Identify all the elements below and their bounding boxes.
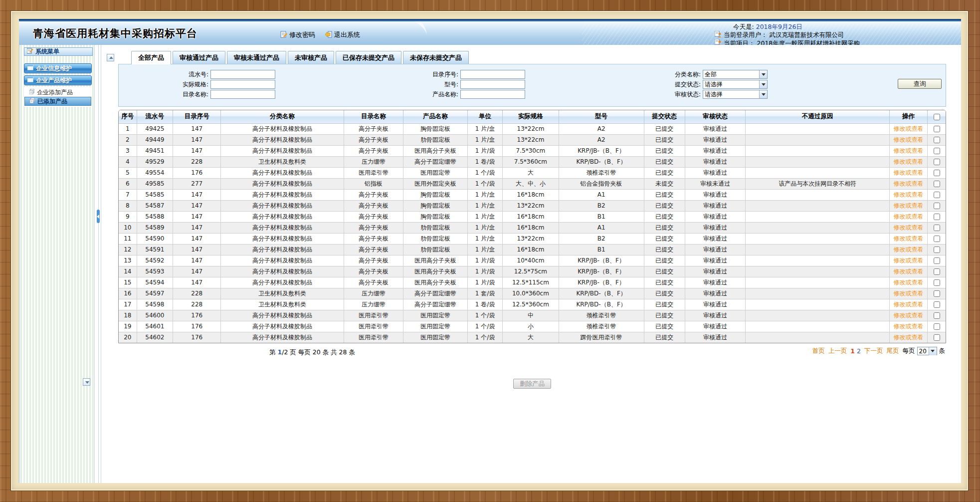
cell-category: 高分子材料及橡胶制品 [221, 332, 344, 343]
edit-view-link[interactable]: 修改或查看 [894, 246, 924, 253]
search-button[interactable]: 查询 [898, 79, 942, 89]
cell-unit: 1 片/盒 [467, 123, 502, 134]
tab[interactable]: 审核通过产品 [173, 51, 225, 64]
edit-view-link[interactable]: 修改或查看 [894, 224, 924, 231]
submit-status-select[interactable]: 请选择 [703, 80, 768, 89]
select-all-checkbox[interactable] [934, 114, 940, 120]
cell-category: 高分子材料及橡胶制品 [221, 200, 344, 211]
row-checkbox[interactable] [934, 301, 940, 308]
cell-spec: 12.5*75cm [503, 266, 559, 277]
delete-products-button[interactable]: 删除产品 [513, 379, 551, 389]
cell-unit: 1 卷/袋 [467, 299, 502, 310]
row-checkbox[interactable] [934, 126, 940, 132]
edit-view-link[interactable]: 修改或查看 [894, 235, 924, 242]
edit-view-link[interactable]: 修改或查看 [894, 323, 924, 330]
spec-input[interactable] [210, 80, 275, 89]
first-page-link[interactable]: 首页 [812, 347, 825, 355]
edit-view-link[interactable]: 修改或查看 [894, 147, 924, 154]
row-checkbox[interactable] [934, 247, 940, 253]
tab[interactable]: 全部产品 [131, 51, 171, 64]
sidebar-group-button[interactable]: 企业信息维护 [24, 63, 92, 73]
catalog-name-input[interactable] [210, 90, 275, 99]
edit-view-link[interactable]: 修改或查看 [894, 136, 924, 143]
edit-view-link[interactable]: 修改或查看 [894, 268, 924, 275]
tab[interactable]: 未审核产品 [288, 51, 334, 64]
tab[interactable]: 已保存未提交产品 [336, 51, 401, 64]
last-page-link[interactable]: 尾页 [887, 347, 899, 355]
product-name-input[interactable] [460, 90, 525, 99]
row-checkbox[interactable] [934, 268, 940, 275]
edit-view-link[interactable]: 修改或查看 [894, 334, 924, 341]
row-checkbox[interactable] [934, 192, 940, 198]
cell-submit: 已提交 [644, 189, 685, 200]
logout-link[interactable]: 退出系统 [325, 30, 360, 39]
edit-view-link[interactable]: 修改或查看 [894, 191, 924, 198]
main-scroll-up-button[interactable] [107, 54, 114, 61]
row-checkbox[interactable] [934, 214, 940, 220]
row-checkbox[interactable] [934, 334, 940, 341]
cell-spec: 10.0*360cm [503, 288, 559, 299]
sidebar-scroll-down-button[interactable] [83, 378, 90, 386]
edit-view-link[interactable]: 修改或查看 [894, 290, 924, 297]
row-checkbox[interactable] [934, 159, 940, 165]
cell-reason [746, 222, 889, 233]
page-number-link[interactable]: 2 [857, 347, 861, 355]
cell-catalog: 铝指板 [344, 178, 403, 189]
row-checkbox[interactable] [934, 181, 940, 187]
cell-audit: 审核通过 [685, 244, 746, 255]
serial-input[interactable] [210, 70, 275, 79]
row-checkbox[interactable] [934, 290, 940, 297]
row-checkbox[interactable] [934, 279, 940, 286]
cell-action: 修改或查看 [889, 156, 927, 167]
tab[interactable]: 未保存未提交产品 [403, 51, 469, 64]
sidebar-item[interactable]: 企业添加产品 [24, 88, 91, 97]
sidebar-item-label: 已添加产品 [37, 97, 67, 106]
change-password-link[interactable]: 修改密码 [280, 30, 315, 39]
row-checkbox[interactable] [934, 148, 940, 154]
cell-audit: 审核通过 [685, 211, 746, 222]
row-checkbox[interactable] [934, 170, 940, 176]
row-checkbox[interactable] [934, 312, 940, 319]
submit-status-label: 提交状态: [610, 80, 703, 89]
category-select[interactable]: 全部 [703, 70, 768, 79]
edit-view-link[interactable]: 修改或查看 [894, 125, 924, 132]
cell-unit: 1 个/袋 [467, 167, 502, 178]
cell-catalog: 高分子夹板 [344, 255, 403, 266]
cell-submit: 已提交 [644, 211, 685, 222]
cell-checkbox [928, 266, 946, 277]
model-input[interactable] [460, 80, 525, 89]
edit-view-link[interactable]: 修改或查看 [894, 180, 924, 187]
cell-model: B1 [559, 244, 644, 255]
audit-status-label: 审核状态: [610, 90, 703, 99]
edit-view-link[interactable]: 修改或查看 [894, 158, 924, 165]
prev-page-link[interactable]: 上一页 [828, 347, 847, 355]
edit-view-link[interactable]: 修改或查看 [894, 257, 924, 264]
collapse-handle[interactable] [97, 210, 100, 223]
row-checkbox[interactable] [934, 323, 940, 330]
sidebar-splitter[interactable] [95, 45, 104, 483]
row-checkbox[interactable] [934, 203, 940, 209]
next-page-link[interactable]: 下一页 [864, 347, 883, 355]
category-select-value: 全部 [703, 70, 759, 79]
sidebar-item[interactable]: 已添加产品 [24, 97, 91, 106]
edit-view-link[interactable]: 修改或查看 [894, 279, 924, 286]
sidebar-group-button[interactable]: 企业产品维护 [24, 75, 92, 85]
table-row: 1654597228卫生材料及敷料类压力绷带高分子固定绷带1 套/袋10.0*3… [119, 288, 946, 299]
tab[interactable]: 审核未通过产品 [227, 51, 286, 64]
row-checkbox[interactable] [934, 257, 940, 264]
edit-view-link[interactable]: 修改或查看 [894, 301, 924, 308]
per-page-select[interactable]: 20 [917, 347, 937, 355]
row-checkbox[interactable] [934, 137, 940, 143]
cell-reason [746, 233, 889, 244]
catalog-no-input[interactable] [460, 70, 525, 79]
edit-view-link[interactable]: 修改或查看 [894, 312, 924, 319]
row-checkbox[interactable] [934, 225, 940, 231]
edit-view-link[interactable]: 修改或查看 [894, 169, 924, 176]
cell-action: 修改或查看 [889, 178, 927, 189]
cell-catalog: 医用牵引带 [344, 332, 403, 343]
cell-no: 2 [119, 134, 137, 145]
edit-view-link[interactable]: 修改或查看 [894, 213, 924, 220]
edit-view-link[interactable]: 修改或查看 [894, 202, 924, 209]
audit-status-select[interactable]: 请选择 [703, 90, 768, 99]
row-checkbox[interactable] [934, 236, 940, 242]
